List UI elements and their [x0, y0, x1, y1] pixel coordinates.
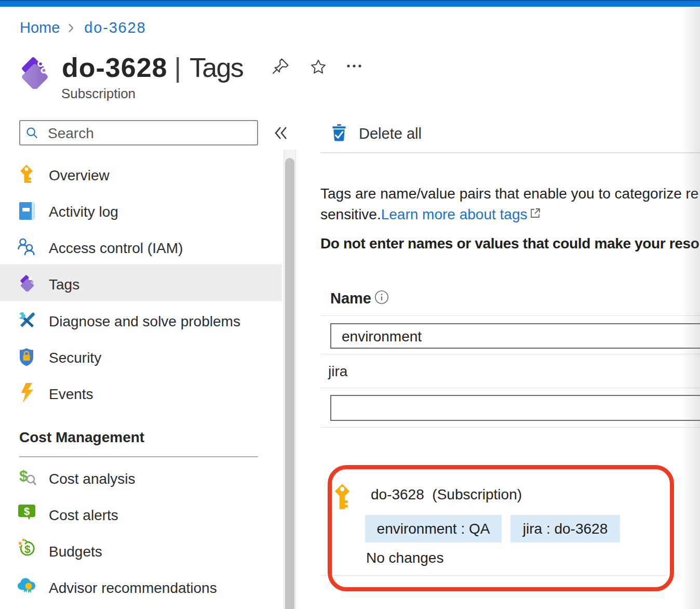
- svg-text:$: $: [24, 506, 30, 517]
- svg-text:$: $: [24, 543, 31, 555]
- svg-text:$: $: [19, 469, 28, 484]
